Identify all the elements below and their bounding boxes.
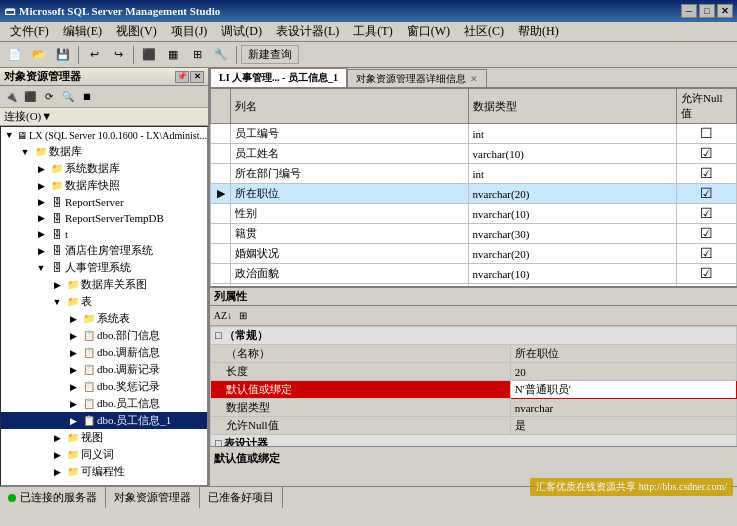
props-value-default[interactable]: N'普通职员' (510, 381, 736, 399)
grid-row-5[interactable]: 籍贯nvarchar(30)☑ (211, 224, 737, 244)
tree-item-salary-adj[interactable]: ▶ 📋 dbo.调薪信息 (1, 344, 207, 361)
props-row-nullable[interactable]: 允许Null值 是 (211, 417, 737, 435)
tree-item-snapshots[interactable]: ▶ 📁 数据库快照 (1, 177, 207, 194)
col-null-5[interactable]: ☑ (677, 224, 737, 244)
connect-label[interactable]: 连接(O)▼ (4, 109, 52, 124)
menu-edit[interactable]: 编辑(E) (57, 22, 108, 41)
grid-row-3[interactable]: ▶所在职位nvarchar(20)☑ (211, 184, 737, 204)
grid-row-4[interactable]: 性别nvarchar(10)☑ (211, 204, 737, 224)
undo-button[interactable]: ↩ (83, 44, 105, 66)
toolbar-btn5[interactable]: ⊞ (186, 44, 208, 66)
tree-expand-t[interactable]: ▶ (33, 227, 49, 241)
tree-item-reportserver[interactable]: ▶ 🗄 ReportServer (1, 194, 207, 210)
tree-item-systables[interactable]: ▶ 📁 系统表 (1, 310, 207, 327)
tree-item-reward[interactable]: ▶ 📋 dbo.奖惩记录 (1, 378, 207, 395)
menu-debug[interactable]: 调试(D) (215, 22, 268, 41)
menu-project[interactable]: 项目(J) (165, 22, 214, 41)
col-null-6[interactable]: ☑ (677, 244, 737, 264)
tree-item-databases[interactable]: ▼ 📁 数据库 (1, 143, 207, 160)
tree-expand-sal[interactable]: ▶ (65, 346, 81, 360)
maximize-button[interactable]: □ (699, 4, 715, 18)
tree-item-diagrams[interactable]: ▶ 📁 数据库关系图 (1, 276, 207, 293)
tree-item-sysdb[interactable]: ▶ 📁 系统数据库 (1, 160, 207, 177)
tree-expand-emp[interactable]: ▶ (65, 397, 81, 411)
tree-expand-syn[interactable]: ▶ (49, 448, 65, 462)
tree-item-hr[interactable]: ▼ 🗄 人事管理系统 (1, 259, 207, 276)
tree-item-programmability[interactable]: ▶ 📁 可编程性 (1, 463, 207, 480)
tree-expand-emp1[interactable]: ▶ (65, 414, 81, 428)
redo-button[interactable]: ↪ (107, 44, 129, 66)
menu-tools[interactable]: 工具(T) (347, 22, 398, 41)
col-name-2[interactable]: 所在部门编号 (231, 164, 469, 184)
menu-community[interactable]: 社区(C) (458, 22, 510, 41)
tab-close-icon[interactable]: ✕ (470, 74, 478, 84)
stop-button[interactable]: ⏹ (78, 88, 96, 106)
toolbar-btn6[interactable]: 🔧 (210, 44, 232, 66)
menu-file[interactable]: 文件(F) (4, 22, 55, 41)
grid-row-1[interactable]: 员工姓名varchar(10)☑ (211, 144, 737, 164)
open-button[interactable]: 📂 (28, 44, 50, 66)
close-button[interactable]: ✕ (717, 4, 733, 18)
tree-expand-reward[interactable]: ▶ (65, 380, 81, 394)
save-button[interactable]: 💾 (52, 44, 74, 66)
menu-view[interactable]: 视图(V) (110, 22, 163, 41)
props-group[interactable]: ⊞ (234, 307, 252, 325)
grid-row-2[interactable]: 所在部门编号int☑ (211, 164, 737, 184)
tree-expand-hr[interactable]: ▼ (33, 261, 49, 275)
props-row-name[interactable]: （名称） 所在职位 (211, 345, 737, 363)
menu-window[interactable]: 窗口(W) (401, 22, 456, 41)
minimize-button[interactable]: ─ (681, 4, 697, 18)
tree-expand-salrec[interactable]: ▶ (65, 363, 81, 377)
col-name-3[interactable]: 所在职位 (231, 184, 469, 204)
grid-row-7[interactable]: 政治面貌nvarchar(10)☑ (211, 264, 737, 284)
tree-expand-hotel[interactable]: ▶ (33, 244, 49, 258)
tree-expand-views[interactable]: ▶ (49, 431, 65, 445)
grid-row-6[interactable]: 婚姻状况nvarchar(20)☑ (211, 244, 737, 264)
tree-expand-dept[interactable]: ▶ (65, 329, 81, 343)
tree-expand-sb[interactable]: ▶ (49, 481, 65, 486)
tree-item-hotel[interactable]: ▶ 🗄 酒店住房管理系统 (1, 242, 207, 259)
tree-item-t[interactable]: ▶ 🗄 t (1, 226, 207, 242)
tree-expand-prog[interactable]: ▶ (49, 465, 65, 479)
tree-expand-sys[interactable]: ▶ (65, 312, 81, 326)
toolbar-btn4[interactable]: ▦ (162, 44, 184, 66)
col-null-3[interactable]: ☑ (677, 184, 737, 204)
tree-expand-rs[interactable]: ▶ (33, 195, 49, 209)
tree-expand-diag[interactable]: ▶ (49, 278, 65, 292)
filter-button[interactable]: 🔍 (59, 88, 77, 106)
tree-item-synonyms[interactable]: ▶ 📁 同义词 (1, 446, 207, 463)
new-query-label[interactable]: 新建查询 (241, 45, 299, 64)
props-sort-az[interactable]: AZ↓ (214, 307, 232, 325)
menu-help[interactable]: 帮助(H) (512, 22, 565, 41)
tree-expand-tables[interactable]: ▼ (49, 295, 65, 309)
col-name-4[interactable]: 性别 (231, 204, 469, 224)
tree-expand-rstmp[interactable]: ▶ (33, 211, 49, 225)
new-query-button[interactable]: 📄 (4, 44, 26, 66)
props-row-default[interactable]: 默认值或绑定 N'普通职员' (211, 381, 737, 399)
props-row-length[interactable]: 长度 20 (211, 363, 737, 381)
props-row-datatype[interactable]: 数据类型 nvarchar (211, 399, 737, 417)
tree-item-views[interactable]: ▶ 📁 视图 (1, 429, 207, 446)
grid-row-0[interactable]: 员工编号int☐ (211, 124, 737, 144)
tree-item-emp1[interactable]: ▶ 📋 dbo.员工信息_1 (1, 412, 207, 429)
toolbar-btn3[interactable]: ⬛ (138, 44, 160, 66)
tree-item-reportservertempdb[interactable]: ▶ 🗄 ReportServerTempDB (1, 210, 207, 226)
menu-table-designer[interactable]: 表设计器(L) (270, 22, 345, 41)
panel-close-btn[interactable]: ✕ (190, 71, 204, 83)
tab-designer[interactable]: LI 人事管理... - 员工信息_1 (210, 68, 347, 87)
tree-expand-sysdb[interactable]: ▶ (33, 162, 49, 176)
col-name-7[interactable]: 政治面貌 (231, 264, 469, 284)
col-name-0[interactable]: 员工编号 (231, 124, 469, 144)
refresh-button[interactable]: ⟳ (40, 88, 58, 106)
col-null-0[interactable]: ☐ (677, 124, 737, 144)
connect-button[interactable]: 🔌 (2, 88, 20, 106)
col-null-1[interactable]: ☑ (677, 144, 737, 164)
tree-item-service-broker[interactable]: ▶ 📁 Service Broker (1, 480, 207, 486)
panel-pin-button[interactable]: 📌 (175, 71, 189, 83)
col-name-5[interactable]: 籍贯 (231, 224, 469, 244)
col-null-2[interactable]: ☑ (677, 164, 737, 184)
col-null-7[interactable]: ☑ (677, 264, 737, 284)
tree-expand-db[interactable]: ▼ (17, 145, 33, 159)
tree-item-tables[interactable]: ▼ 📁 表 (1, 293, 207, 310)
tree-container[interactable]: ▼ 🖥 LX (SQL Server 10.0.1600 - LX\Admini… (0, 126, 208, 486)
